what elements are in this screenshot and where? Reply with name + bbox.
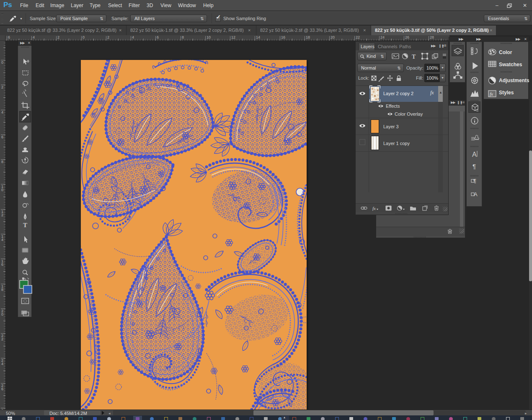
svg-text:A: A — [472, 151, 477, 158]
svg-text:fx: fx — [372, 206, 376, 211]
svg-text:T: T — [412, 54, 416, 60]
svg-text:¶: ¶ — [473, 178, 476, 184]
svg-text:¶: ¶ — [473, 163, 476, 170]
svg-text:fx: fx — [490, 91, 493, 96]
